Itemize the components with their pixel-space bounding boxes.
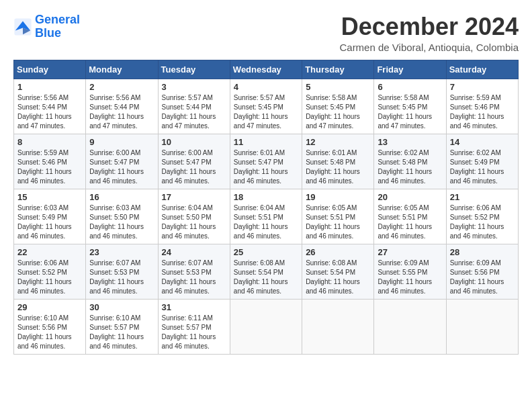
- calendar-cell: 28 Sunrise: 6:09 AM Sunset: 5:56 PM Dayl…: [446, 244, 518, 299]
- day-number: 18: [234, 192, 298, 202]
- calendar-cell: [446, 299, 518, 354]
- day-number: 25: [234, 247, 298, 257]
- day-info: Sunrise: 5:58 AM Sunset: 5:45 PM Dayligh…: [306, 93, 370, 131]
- day-info: Sunrise: 5:59 AM Sunset: 5:46 PM Dayligh…: [450, 93, 515, 131]
- header-tuesday: Tuesday: [158, 60, 230, 79]
- weekday-header-row: Sunday Monday Tuesday Wednesday Thursday…: [14, 60, 519, 79]
- day-info: Sunrise: 6:11 AM Sunset: 5:57 PM Dayligh…: [162, 314, 226, 351]
- day-number: 5: [306, 82, 370, 92]
- day-info: Sunrise: 6:08 AM Sunset: 5:54 PM Dayligh…: [306, 259, 370, 296]
- day-info: Sunrise: 6:01 AM Sunset: 5:48 PM Dayligh…: [306, 148, 370, 186]
- day-number: 11: [234, 137, 298, 147]
- header-sunday: Sunday: [14, 60, 86, 79]
- calendar-cell: [230, 299, 302, 354]
- calendar-cell: 22 Sunrise: 6:06 AM Sunset: 5:52 PM Dayl…: [14, 244, 86, 299]
- day-info: Sunrise: 6:09 AM Sunset: 5:55 PM Dayligh…: [378, 259, 442, 296]
- calendar-cell: 15 Sunrise: 6:03 AM Sunset: 5:49 PM Dayl…: [14, 189, 86, 244]
- calendar-cell: 17 Sunrise: 6:04 AM Sunset: 5:50 PM Dayl…: [158, 189, 230, 244]
- calendar-cell: 26 Sunrise: 6:08 AM Sunset: 5:54 PM Dayl…: [302, 244, 374, 299]
- day-info: Sunrise: 6:10 AM Sunset: 5:57 PM Dayligh…: [89, 314, 154, 351]
- day-info: Sunrise: 5:57 AM Sunset: 5:44 PM Dayligh…: [162, 93, 226, 131]
- day-number: 21: [450, 192, 515, 202]
- calendar-cell: 8 Sunrise: 5:59 AM Sunset: 5:46 PM Dayli…: [14, 134, 86, 189]
- day-info: Sunrise: 6:03 AM Sunset: 5:50 PM Dayligh…: [89, 203, 154, 241]
- header-friday: Friday: [374, 60, 446, 79]
- calendar-cell: 16 Sunrise: 6:03 AM Sunset: 5:50 PM Dayl…: [86, 189, 158, 244]
- logo: GeneralBlue: [13, 13, 80, 40]
- day-info: Sunrise: 6:05 AM Sunset: 5:51 PM Dayligh…: [306, 203, 370, 241]
- calendar-cell: 27 Sunrise: 6:09 AM Sunset: 5:55 PM Dayl…: [374, 244, 446, 299]
- day-number: 13: [378, 137, 442, 147]
- day-number: 17: [162, 192, 226, 202]
- day-info: Sunrise: 6:06 AM Sunset: 5:52 PM Dayligh…: [450, 203, 515, 241]
- day-number: 15: [17, 192, 82, 202]
- calendar-cell: 12 Sunrise: 6:01 AM Sunset: 5:48 PM Dayl…: [302, 134, 374, 189]
- day-number: 7: [450, 82, 515, 92]
- title-block: December 2024 Carmen de Viboral, Antioqu…: [339, 13, 519, 53]
- day-number: 2: [89, 82, 154, 92]
- day-number: 6: [378, 82, 442, 92]
- week-row-4: 22 Sunrise: 6:06 AM Sunset: 5:52 PM Dayl…: [14, 244, 519, 299]
- day-info: Sunrise: 5:56 AM Sunset: 5:44 PM Dayligh…: [89, 93, 154, 131]
- calendar-cell: 31 Sunrise: 6:11 AM Sunset: 5:57 PM Dayl…: [158, 299, 230, 354]
- calendar-cell: 1 Sunrise: 5:56 AM Sunset: 5:44 PM Dayli…: [14, 79, 86, 134]
- calendar-cell: [302, 299, 374, 354]
- day-number: 20: [378, 192, 442, 202]
- header-saturday: Saturday: [446, 60, 518, 79]
- logo-text: GeneralBlue: [35, 13, 80, 40]
- header-thursday: Thursday: [302, 60, 374, 79]
- calendar-cell: 24 Sunrise: 6:07 AM Sunset: 5:53 PM Dayl…: [158, 244, 230, 299]
- calendar-cell: 19 Sunrise: 6:05 AM Sunset: 5:51 PM Dayl…: [302, 189, 374, 244]
- day-number: 16: [89, 192, 154, 202]
- calendar-cell: 14 Sunrise: 6:02 AM Sunset: 5:49 PM Dayl…: [446, 134, 518, 189]
- calendar-cell: 3 Sunrise: 5:57 AM Sunset: 5:44 PM Dayli…: [158, 79, 230, 134]
- day-info: Sunrise: 6:10 AM Sunset: 5:56 PM Dayligh…: [17, 314, 82, 351]
- day-number: 8: [17, 137, 82, 147]
- day-number: 19: [306, 192, 370, 202]
- calendar-cell: 29 Sunrise: 6:10 AM Sunset: 5:56 PM Dayl…: [14, 299, 86, 354]
- header-wednesday: Wednesday: [230, 60, 302, 79]
- calendar-cell: 6 Sunrise: 5:58 AM Sunset: 5:45 PM Dayli…: [374, 79, 446, 134]
- day-number: 10: [162, 137, 226, 147]
- week-row-3: 15 Sunrise: 6:03 AM Sunset: 5:49 PM Dayl…: [14, 189, 519, 244]
- day-number: 1: [17, 82, 82, 92]
- header-monday: Monday: [86, 60, 158, 79]
- calendar-cell: 30 Sunrise: 6:10 AM Sunset: 5:57 PM Dayl…: [86, 299, 158, 354]
- day-info: Sunrise: 6:01 AM Sunset: 5:47 PM Dayligh…: [234, 148, 298, 186]
- calendar-cell: 13 Sunrise: 6:02 AM Sunset: 5:48 PM Dayl…: [374, 134, 446, 189]
- day-number: 9: [89, 137, 154, 147]
- day-info: Sunrise: 6:07 AM Sunset: 5:53 PM Dayligh…: [162, 259, 226, 296]
- calendar-cell: 20 Sunrise: 6:05 AM Sunset: 5:51 PM Dayl…: [374, 189, 446, 244]
- calendar-cell: [374, 299, 446, 354]
- week-row-1: 1 Sunrise: 5:56 AM Sunset: 5:44 PM Dayli…: [14, 79, 519, 134]
- day-number: 4: [234, 82, 298, 92]
- day-info: Sunrise: 6:02 AM Sunset: 5:49 PM Dayligh…: [450, 148, 515, 186]
- day-number: 12: [306, 137, 370, 147]
- calendar-cell: 5 Sunrise: 5:58 AM Sunset: 5:45 PM Dayli…: [302, 79, 374, 134]
- day-info: Sunrise: 6:02 AM Sunset: 5:48 PM Dayligh…: [378, 148, 442, 186]
- calendar-cell: 11 Sunrise: 6:01 AM Sunset: 5:47 PM Dayl…: [230, 134, 302, 189]
- calendar-cell: 25 Sunrise: 6:08 AM Sunset: 5:54 PM Dayl…: [230, 244, 302, 299]
- calendar-cell: 23 Sunrise: 6:07 AM Sunset: 5:53 PM Dayl…: [86, 244, 158, 299]
- calendar-cell: 7 Sunrise: 5:59 AM Sunset: 5:46 PM Dayli…: [446, 79, 518, 134]
- day-number: 31: [162, 302, 226, 312]
- day-info: Sunrise: 6:03 AM Sunset: 5:49 PM Dayligh…: [17, 203, 82, 241]
- calendar-cell: 9 Sunrise: 6:00 AM Sunset: 5:47 PM Dayli…: [86, 134, 158, 189]
- calendar-table: Sunday Monday Tuesday Wednesday Thursday…: [13, 60, 519, 355]
- day-number: 30: [89, 302, 154, 312]
- day-info: Sunrise: 5:59 AM Sunset: 5:46 PM Dayligh…: [17, 148, 82, 186]
- day-info: Sunrise: 5:58 AM Sunset: 5:45 PM Dayligh…: [378, 93, 442, 131]
- calendar-cell: 2 Sunrise: 5:56 AM Sunset: 5:44 PM Dayli…: [86, 79, 158, 134]
- page-header: GeneralBlue December 2024 Carmen de Vibo…: [13, 13, 519, 53]
- day-info: Sunrise: 6:00 AM Sunset: 5:47 PM Dayligh…: [162, 148, 226, 186]
- day-number: 29: [17, 302, 82, 312]
- day-number: 27: [378, 247, 442, 257]
- day-number: 24: [162, 247, 226, 257]
- day-info: Sunrise: 5:56 AM Sunset: 5:44 PM Dayligh…: [17, 93, 82, 131]
- day-info: Sunrise: 6:09 AM Sunset: 5:56 PM Dayligh…: [450, 259, 515, 296]
- day-info: Sunrise: 6:08 AM Sunset: 5:54 PM Dayligh…: [234, 259, 298, 296]
- logo-icon: [13, 17, 32, 36]
- week-row-2: 8 Sunrise: 5:59 AM Sunset: 5:46 PM Dayli…: [14, 134, 519, 189]
- day-info: Sunrise: 6:04 AM Sunset: 5:50 PM Dayligh…: [162, 203, 226, 241]
- calendar-cell: 4 Sunrise: 5:57 AM Sunset: 5:45 PM Dayli…: [230, 79, 302, 134]
